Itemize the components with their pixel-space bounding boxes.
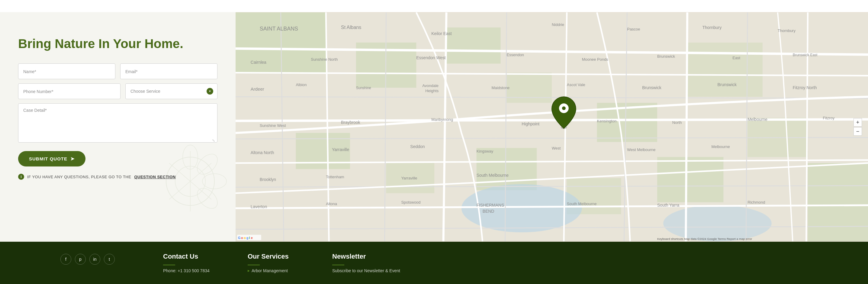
submit-label: SUBMIT QUOTE <box>29 156 67 161</box>
svg-text:Albion: Albion <box>296 83 307 87</box>
svg-text:Sunshine West: Sunshine West <box>260 123 286 128</box>
case-detail-textarea[interactable] <box>18 103 217 143</box>
service-select[interactable]: Choose Service Arbor Management Landscap… <box>125 84 217 99</box>
map-panel: SAINT ALBANS St Albans Keilor East Niddr… <box>236 12 868 242</box>
contact-divider <box>163 265 175 265</box>
svg-text:g: g <box>246 236 249 240</box>
svg-text:o: o <box>241 236 243 240</box>
svg-text:Moonee Ponds: Moonee Ponds <box>582 57 609 62</box>
footer-contact: Contact Us Phone: +1 310 500 7834 <box>163 253 223 273</box>
svg-text:Fitzroy: Fitzroy <box>823 116 835 120</box>
svg-text:Altona North: Altona North <box>251 150 274 155</box>
svg-text:South Melbourne: South Melbourne <box>567 201 597 206</box>
svg-text:BEND: BEND <box>483 209 494 214</box>
twitter-icon[interactable]: t <box>104 254 115 265</box>
svg-text:Richmond: Richmond <box>747 200 765 204</box>
form-row-1 <box>18 63 217 79</box>
name-input[interactable] <box>18 63 115 79</box>
zoom-out-button[interactable]: − <box>854 127 862 136</box>
form-row-2: Choose Service Arbor Management Landscap… <box>18 84 217 99</box>
zoom-in-button[interactable]: + <box>854 118 862 127</box>
svg-text:Heights: Heights <box>425 89 438 93</box>
form-panel: Bring Nature In Your Home. Choose Servic… <box>0 12 236 242</box>
services-divider <box>248 265 260 265</box>
svg-text:North: North <box>672 120 682 125</box>
svg-text:Laverton: Laverton <box>251 204 267 209</box>
svg-rect-22 <box>808 163 868 242</box>
svg-text:Spotswood: Spotswood <box>401 200 421 204</box>
svg-text:Brunswick: Brunswick <box>657 54 675 59</box>
textarea-wrapper: ⤡ <box>18 103 217 144</box>
main-content: Bring Nature In Your Home. Choose Servic… <box>0 12 868 242</box>
svg-text:South Melbourne: South Melbourne <box>476 173 509 178</box>
map-controls: + − <box>854 118 862 136</box>
notice-text: IF YOU HAVE ANY QUESTIONS, PLEASE GO TO … <box>27 175 131 179</box>
arrow-icon: ➤ <box>70 156 74 162</box>
question-notice: i IF YOU HAVE ANY QUESTIONS, PLEASE GO T… <box>18 174 217 180</box>
svg-text:Keilor East: Keilor East <box>431 31 452 36</box>
svg-text:Avondale: Avondale <box>422 84 438 88</box>
email-input[interactable] <box>120 63 217 79</box>
submit-quote-button[interactable]: SUBMIT QUOTE ➤ <box>18 151 86 166</box>
svg-text:Fitzroy North: Fitzroy North <box>793 85 817 90</box>
service-select-wrapper: Choose Service Arbor Management Landscap… <box>125 84 217 99</box>
svg-text:Altona: Altona <box>326 201 337 206</box>
services-title: Our Services <box>248 253 308 260</box>
form-title: Bring Nature In Your Home. <box>18 36 217 51</box>
newsletter-text: Subscribe to our Newsletter & Event <box>332 268 400 273</box>
svg-text:Seddon: Seddon <box>410 144 425 149</box>
svg-text:Highpoint: Highpoint <box>522 122 539 126</box>
svg-text:Niddrie: Niddrie <box>552 22 564 27</box>
footer-newsletter: Newsletter Subscribe to our Newsletter &… <box>332 253 400 273</box>
svg-text:Essendon: Essendon <box>506 53 524 57</box>
linkedin-icon[interactable]: in <box>89 254 100 265</box>
map-svg: SAINT ALBANS St Albans Keilor East Niddr… <box>236 12 868 242</box>
top-bar <box>0 0 868 12</box>
svg-text:Melbourne: Melbourne <box>747 117 768 122</box>
newsletter-divider <box>332 265 344 265</box>
svg-text:Ardeer: Ardeer <box>251 86 264 92</box>
svg-text:Tottenham: Tottenham <box>326 175 344 179</box>
phone-input[interactable] <box>18 84 121 99</box>
resize-handle-icon[interactable]: ⤡ <box>212 138 216 142</box>
svg-text:Maidstone: Maidstone <box>492 86 510 90</box>
services-item-1[interactable]: Arbor Management <box>248 268 308 273</box>
svg-text:o: o <box>244 236 246 240</box>
svg-text:G: G <box>238 236 241 240</box>
svg-text:St Albans: St Albans <box>341 25 361 30</box>
svg-text:FISHERMANS: FISHERMANS <box>476 203 504 208</box>
svg-text:Yarraville: Yarraville <box>401 176 417 181</box>
svg-text:Brunswick East: Brunswick East <box>793 53 817 57</box>
svg-text:Thornbury: Thornbury <box>778 28 796 33</box>
svg-rect-15 <box>687 42 763 97</box>
svg-text:Kensington: Kensington <box>597 119 617 123</box>
svg-text:West: West <box>552 146 561 151</box>
info-icon: i <box>18 174 24 180</box>
svg-text:SAINT ALBANS: SAINT ALBANS <box>260 26 298 32</box>
svg-text:Thornbury: Thornbury <box>703 25 722 30</box>
footer: f p in t Contact Us Phone: +1 310 500 78… <box>0 242 868 284</box>
svg-text:Brooklyn: Brooklyn <box>260 177 276 182</box>
svg-rect-13 <box>506 73 552 103</box>
footer-services: Our Services Arbor Management <box>248 253 308 273</box>
svg-line-28 <box>236 119 868 121</box>
svg-text:Sunshine North: Sunshine North <box>311 57 338 62</box>
svg-text:East: East <box>733 56 740 60</box>
question-section-link[interactable]: QUESTION SECTION <box>134 175 176 179</box>
svg-rect-18 <box>476 148 537 190</box>
newsletter-title: Newsletter <box>332 253 400 260</box>
svg-text:l: l <box>249 236 250 240</box>
svg-point-24 <box>663 205 772 242</box>
svg-text:Maribyrnong: Maribyrnong <box>431 117 453 122</box>
svg-text:Yarraville: Yarraville <box>332 147 349 152</box>
svg-rect-12 <box>446 28 500 64</box>
svg-text:Brunswick: Brunswick <box>717 82 737 87</box>
svg-text:Melbourne: Melbourne <box>711 145 730 149</box>
svg-text:Brunswick: Brunswick <box>642 85 661 90</box>
contact-title: Contact Us <box>163 253 223 260</box>
svg-text:e: e <box>251 236 253 240</box>
svg-text:Pascoe: Pascoe <box>627 27 640 31</box>
svg-text:Essendon West: Essendon West <box>416 55 446 60</box>
pinterest-icon[interactable]: p <box>75 254 86 265</box>
facebook-icon[interactable]: f <box>60 254 71 265</box>
